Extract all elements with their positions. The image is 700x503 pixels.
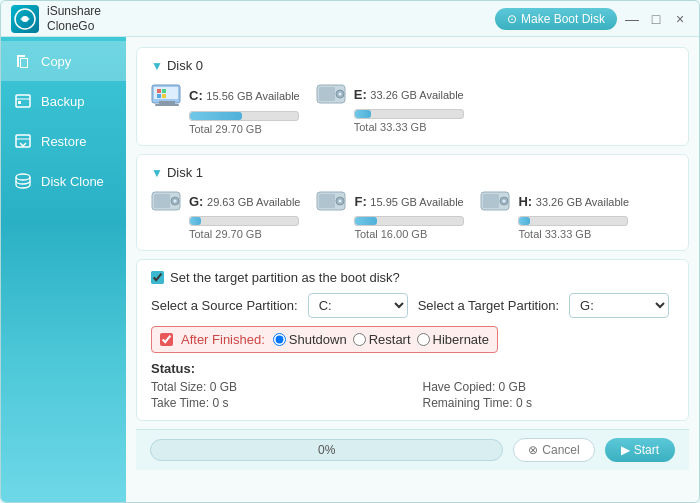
status-title: Status: (151, 361, 674, 376)
drive-F-bar (354, 216, 464, 226)
copy-icon (13, 51, 33, 71)
svg-rect-15 (162, 94, 166, 98)
after-finished-label: After Finished: (181, 332, 265, 347)
svg-rect-25 (319, 194, 335, 208)
status-have-copied: Have Copied: 0 GB (423, 380, 675, 394)
svg-point-23 (174, 200, 177, 203)
disk0-header: ▼ Disk 0 (151, 58, 674, 73)
drive-H-bar-fill (519, 217, 530, 225)
disk0-chevron: ▼ (151, 59, 163, 73)
app-window: iSunshare CloneGo ⊙ Make Boot Disk — □ × (0, 0, 700, 503)
svg-rect-13 (162, 89, 166, 93)
status-grid: Total Size: 0 GB Have Copied: 0 GB Take … (151, 380, 674, 410)
drive-G-bar-fill (190, 217, 201, 225)
sidebar-item-disk-clone[interactable]: Disk Clone (1, 161, 126, 201)
hdd-drive-icon-H (480, 188, 512, 214)
sidebar-item-copy[interactable]: Copy (1, 41, 126, 81)
progress-text: 0% (318, 443, 335, 457)
svg-point-19 (338, 93, 341, 96)
drive-C-total: Total 29.70 GB (189, 123, 262, 135)
drive-E-bar (354, 109, 464, 119)
drive-G-available: 29.63 GB Available (207, 196, 300, 208)
drive-G-total: Total 29.70 GB (189, 228, 262, 240)
windows-drive-icon (151, 81, 183, 109)
drive-G-bar (189, 216, 299, 226)
app-logo (11, 5, 39, 33)
drive-F: F: 15.95 GB Available Total 16.00 GB (316, 188, 464, 240)
options-panel: Set the target partition as the boot dis… (136, 259, 689, 421)
svg-rect-17 (319, 87, 335, 101)
drive-E-available: 33.26 GB Available (370, 89, 463, 101)
radio-restart-input[interactable] (353, 333, 366, 346)
drive-F-letter: F: (354, 194, 366, 209)
status-section: Status: Total Size: 0 GB Have Copied: 0 … (151, 361, 674, 410)
source-partition-label: Select a Source Partition: (151, 298, 298, 313)
target-partition-select[interactable]: G: (569, 293, 669, 318)
disk1-drives: G: 29.63 GB Available Total 29.70 GB (151, 188, 674, 240)
after-finished-row: After Finished: Shutdown Restart Hibe (151, 326, 498, 353)
after-finished-checkbox[interactable] (160, 333, 173, 346)
boot-partition-label: Set the target partition as the boot dis… (170, 270, 400, 285)
radio-shutdown-input[interactable] (273, 333, 286, 346)
sidebar-item-restore[interactable]: Restore (1, 121, 126, 161)
drive-G: G: 29.63 GB Available Total 29.70 GB (151, 188, 300, 240)
progress-bar-container: 0% (150, 439, 503, 461)
disk1-chevron: ▼ (151, 166, 163, 180)
status-remaining-time: Remaining Time: 0 s (423, 396, 675, 410)
make-boot-disk-button[interactable]: ⊙ Make Boot Disk (495, 8, 617, 30)
svg-rect-12 (157, 89, 161, 93)
close-button[interactable]: × (671, 10, 689, 28)
status-total-size: Total Size: 0 GB (151, 380, 403, 394)
svg-point-7 (16, 174, 30, 180)
radio-hibernate[interactable]: Hibernate (417, 332, 489, 347)
footer: 0% ⊗ Cancel ▶ Start (136, 429, 689, 470)
drive-H-info: H: 33.26 GB Available (480, 188, 629, 214)
radio-shutdown[interactable]: Shutdown (273, 332, 347, 347)
drive-G-letter: G: (189, 194, 203, 209)
drive-C-bar-fill (190, 112, 242, 120)
disk0-panel: ▼ Disk 0 (136, 47, 689, 146)
title-bar-right: ⊙ Make Boot Disk — □ × (495, 8, 689, 30)
restore-icon (13, 131, 33, 151)
start-button[interactable]: ▶ Start (605, 438, 675, 462)
radio-hibernate-input[interactable] (417, 333, 430, 346)
source-partition-select[interactable]: C: (308, 293, 408, 318)
drive-G-info: G: 29.63 GB Available (151, 188, 300, 214)
disk1-header: ▼ Disk 1 (151, 165, 674, 180)
drive-E-bar-fill (355, 110, 371, 118)
restore-button[interactable]: □ (647, 10, 665, 28)
drive-H-total: Total 33.33 GB (518, 228, 591, 240)
status-take-time: Take Time: 0 s (151, 396, 403, 410)
radio-restart[interactable]: Restart (353, 332, 411, 347)
drive-H: H: 33.26 GB Available Total 33.33 GB (480, 188, 629, 240)
cancel-button[interactable]: ⊗ Cancel (513, 438, 594, 462)
main-layout: Copy Backup (1, 37, 699, 502)
hdd-drive-icon-G (151, 188, 183, 214)
cancel-icon: ⊗ (528, 443, 538, 457)
drive-C-info: C: 15.56 GB Available (151, 81, 300, 109)
disk-clone-icon (13, 171, 33, 191)
svg-rect-4 (18, 101, 21, 104)
boot-partition-checkbox[interactable] (151, 271, 164, 284)
radio-group: Shutdown Restart Hibernate (273, 332, 489, 347)
sidebar: Copy Backup (1, 37, 126, 502)
minimize-button[interactable]: — (623, 10, 641, 28)
drive-E: E: 33.26 GB Available Total 33.33 GB (316, 81, 464, 135)
svg-rect-21 (154, 194, 170, 208)
drive-E-letter: E: (354, 87, 367, 102)
hdd-drive-icon-E (316, 81, 348, 107)
drive-C-available: 15.56 GB Available (206, 90, 299, 102)
hdd-drive-icon-F (316, 188, 348, 214)
drive-C: C: 15.56 GB Available Total 29.70 GB (151, 81, 300, 135)
app-title: iSunshare CloneGo (47, 4, 101, 33)
start-icon: ▶ (621, 443, 630, 457)
disk1-panel: ▼ Disk 1 (136, 154, 689, 251)
svg-point-31 (503, 200, 506, 203)
svg-point-27 (339, 200, 342, 203)
sidebar-item-backup[interactable]: Backup (1, 81, 126, 121)
drive-F-total: Total 16.00 GB (354, 228, 427, 240)
disk-icon: ⊙ (507, 12, 517, 26)
partition-selection-row: Select a Source Partition: C: Select a T… (151, 293, 674, 318)
drive-F-info: F: 15.95 GB Available (316, 188, 463, 214)
drive-H-letter: H: (518, 194, 532, 209)
